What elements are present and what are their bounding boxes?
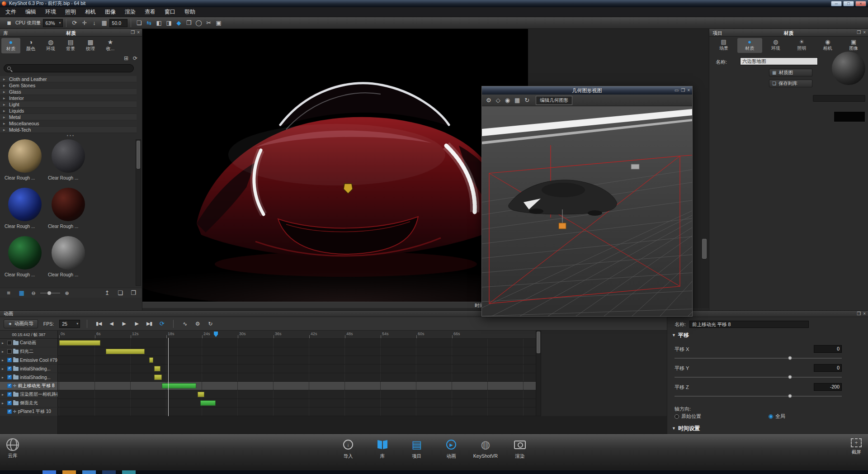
- float-panel-icon[interactable]: ❐: [857, 30, 861, 35]
- panels-icon[interactable]: ❐: [184, 19, 194, 28]
- animation-track-row[interactable]: ✛pPlane1 平移 10: [0, 408, 541, 416]
- close-icon[interactable]: ×: [687, 88, 690, 93]
- library-search-input[interactable]: [4, 64, 134, 72]
- dock-item-vr[interactable]: ◍ KeyShotVR: [473, 437, 498, 460]
- library-tree-item[interactable]: ▸Metal: [0, 114, 137, 120]
- library-tab-0[interactable]: ●材质: [1, 38, 20, 53]
- material-preview-sphere[interactable]: [832, 52, 865, 85]
- track-enabled-checkbox[interactable]: [7, 349, 12, 354]
- project-tab-4[interactable]: ◉相机: [815, 38, 840, 53]
- animation-wizard-button[interactable]: ✦ 动画向导: [4, 319, 38, 328]
- geometry-3d-view[interactable]: [482, 106, 692, 316]
- add-folder-icon[interactable]: ⊞: [124, 55, 128, 62]
- windows-taskbar[interactable]: [0, 470, 868, 474]
- cloud-library-button[interactable]: 云库: [6, 438, 19, 459]
- close-panel-icon[interactable]: ×: [863, 30, 866, 35]
- edit-geometry-button[interactable]: 编辑几何图形: [536, 96, 572, 105]
- track-lane[interactable]: [58, 373, 541, 382]
- animation-clip-bar[interactable]: [59, 340, 100, 346]
- material-type-dropdown[interactable]: [813, 95, 865, 102]
- material-graph-button[interactable]: ▦ 材质图: [769, 69, 812, 76]
- image-icon[interactable]: ▣: [214, 19, 224, 28]
- taskbar-app-icon[interactable]: [82, 470, 96, 474]
- expand-arrow-icon[interactable]: ▸: [2, 401, 6, 405]
- turntable-icon[interactable]: ◯: [194, 19, 204, 28]
- taskbar-app-icon[interactable]: [62, 470, 76, 474]
- color-swatch[interactable]: [834, 111, 865, 122]
- library-panel-header[interactable]: 库 材质 ❐ ×: [0, 29, 142, 37]
- up-folder-icon[interactable]: ↥: [102, 289, 112, 298]
- track-lane[interactable]: [58, 390, 541, 399]
- material-swatch[interactable]: Clear Rough ...: [48, 188, 89, 229]
- animation-clip-bar[interactable]: [198, 392, 204, 397]
- material-sphere-thumbnail[interactable]: [8, 236, 42, 270]
- axis-option-1[interactable]: 全局: [769, 413, 785, 420]
- animation-track-row[interactable]: ▸侧面走光: [0, 399, 541, 408]
- track-enabled-checkbox[interactable]: [7, 401, 12, 405]
- float-icon[interactable]: ❐: [681, 88, 685, 93]
- menu-item-5[interactable]: 图像: [100, 7, 120, 17]
- cpu-usage-select[interactable]: 63%: [43, 19, 63, 27]
- animation-track-row[interactable]: ▸渲染图层一相机路径 17: [0, 390, 541, 399]
- gear-icon[interactable]: ⚙: [486, 97, 491, 104]
- slider-value-input[interactable]: -200: [814, 383, 842, 391]
- refresh-animation-icon[interactable]: ↻: [206, 321, 215, 327]
- menu-item-1[interactable]: 编辑: [21, 7, 41, 17]
- track-enabled-checkbox[interactable]: [7, 409, 12, 414]
- library-tab-2[interactable]: ◍环境: [41, 38, 60, 53]
- track-lane[interactable]: [58, 347, 541, 356]
- playhead-line[interactable]: [168, 338, 169, 416]
- menu-item-0[interactable]: 文件: [1, 7, 21, 17]
- timeline-scrollbar-thumb[interactable]: [537, 332, 540, 353]
- float-panel-icon[interactable]: ❐: [131, 30, 135, 35]
- skip-start-button[interactable]: ▮◀: [94, 321, 103, 327]
- menu-item-9[interactable]: 帮助: [180, 7, 200, 17]
- menu-item-8[interactable]: 窗口: [160, 7, 180, 17]
- dock-item-animation[interactable]: ▶ 动画: [439, 437, 464, 460]
- animation-track-row[interactable]: ▸扫光二: [0, 347, 541, 356]
- track-enabled-checkbox[interactable]: [7, 384, 12, 388]
- slider-value-input[interactable]: 0: [814, 364, 842, 372]
- library-tab-1[interactable]: ◑颜色: [21, 38, 40, 53]
- radio-icon[interactable]: [675, 414, 679, 419]
- import-drop-icon[interactable]: ↓: [90, 19, 99, 28]
- library-tree-item[interactable]: ▸Cloth and Leather: [0, 76, 137, 82]
- expand-arrow-icon[interactable]: ▸: [3, 120, 5, 127]
- menu-item-7[interactable]: 查看: [140, 7, 160, 17]
- library-tab-5[interactable]: ★收...: [101, 38, 120, 53]
- material-sphere-thumbnail[interactable]: [52, 188, 85, 221]
- track-lane[interactable]: [58, 382, 541, 390]
- track-enabled-checkbox[interactable]: [7, 392, 12, 397]
- material-swatch[interactable]: Clear Rough ...: [5, 139, 45, 180]
- camera-icon[interactable]: ◉: [505, 97, 510, 104]
- refresh-icon[interactable]: ↻: [524, 97, 529, 104]
- folder-tree-icon[interactable]: ❐: [128, 289, 138, 298]
- project-tab-1[interactable]: ●材质: [737, 38, 763, 53]
- material-sphere-thumbnail[interactable]: [52, 139, 85, 173]
- screenshot-button[interactable]: + 截屏: [851, 438, 862, 455]
- animation-track-row[interactable]: ▸Emissive Cool #79: [0, 356, 541, 365]
- material-sphere-thumbnail[interactable]: [8, 139, 42, 173]
- expand-arrow-icon[interactable]: ▸: [3, 76, 5, 82]
- material-name-input[interactable]: 六边形地图: [740, 57, 818, 65]
- geometry-icon[interactable]: ◇: [496, 97, 500, 104]
- step-forward-button[interactable]: ▶: [132, 321, 141, 327]
- dock-item-library[interactable]: 库: [370, 437, 395, 460]
- rendered-scene[interactable]: [142, 29, 528, 302]
- play-button[interactable]: ▶: [119, 321, 128, 327]
- grid-icon[interactable]: ▦: [514, 97, 520, 104]
- library-tab-4[interactable]: ▩纹理: [81, 38, 100, 53]
- animation-clip-bar[interactable]: [162, 383, 196, 389]
- refresh-library-icon[interactable]: ⟳: [133, 55, 137, 62]
- project-tab-0[interactable]: ▤场景: [711, 38, 736, 53]
- project-tab-5[interactable]: ▣图像: [841, 38, 867, 53]
- slider-track[interactable]: [675, 356, 842, 360]
- timeline-ruler[interactable]: 0s6s12s18s24s30s36s42s48s54s60s66s: [58, 331, 536, 339]
- menu-item-4[interactable]: 相机: [80, 7, 100, 17]
- slider-track[interactable]: [675, 394, 842, 398]
- grid-icon[interactable]: ▦: [99, 19, 109, 28]
- float-panel-icon[interactable]: ❐: [857, 311, 861, 316]
- animation-track-row[interactable]: ✛前上移动光 平移 8: [0, 382, 541, 390]
- step-back-button[interactable]: ◀: [107, 321, 116, 327]
- close-button[interactable]: ×: [855, 1, 866, 6]
